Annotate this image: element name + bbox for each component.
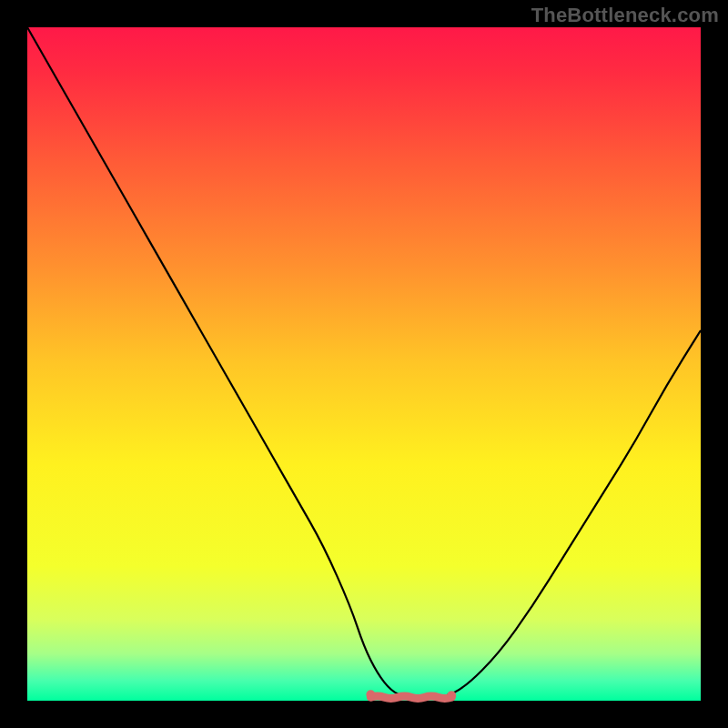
watermark-text: TheBottleneck.com: [531, 4, 719, 27]
gradient-background: [27, 27, 701, 701]
chart-frame: TheBottleneck.com: [0, 0, 728, 728]
optimal-range-marker: [447, 691, 456, 700]
optimal-range-marker: [370, 696, 451, 699]
bottleneck-chart: [0, 0, 728, 728]
optimal-range-marker: [366, 690, 375, 699]
